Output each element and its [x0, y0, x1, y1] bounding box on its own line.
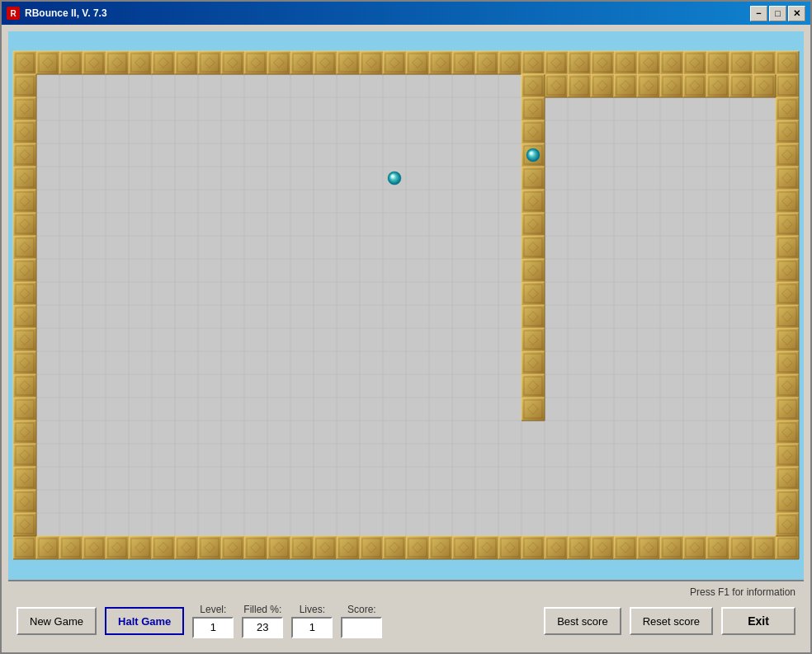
lives-value: 1	[291, 617, 333, 638]
window-controls: − □ ✕	[750, 6, 805, 21]
halt-game-button[interactable]: Halt Game	[105, 607, 184, 635]
info-text: Press F1 for information	[690, 586, 795, 598]
score-group: Score:	[341, 604, 382, 638]
controls-row: New Game Halt Game Level: 1 Filled %: 23…	[17, 601, 795, 641]
reset-score-button[interactable]: Reset score	[630, 607, 713, 635]
minimize-button[interactable]: −	[750, 6, 767, 21]
status-bar: Press F1 for information New Game Halt G…	[8, 580, 804, 646]
window-title: RBounce II, V. 7.3	[25, 7, 750, 19]
main-window: R RBounce II, V. 7.3 − □ ✕ Press F1 for …	[0, 0, 812, 654]
title-bar: R RBounce II, V. 7.3 − □ ✕	[2, 2, 810, 25]
best-score-button[interactable]: Best score	[544, 607, 621, 635]
game-canvas	[8, 31, 804, 580]
lives-group: Lives: 1	[291, 604, 333, 638]
lives-label: Lives:	[300, 604, 325, 615]
window-content: Press F1 for information New Game Halt G…	[2, 25, 810, 652]
restore-button[interactable]: □	[769, 6, 786, 21]
game-area	[8, 31, 804, 580]
filled-label: Filled %:	[243, 604, 281, 615]
filled-value: 23	[242, 617, 283, 638]
level-group: Level: 1	[192, 604, 234, 638]
level-value: 1	[192, 617, 234, 638]
status-info: Press F1 for information	[17, 586, 795, 598]
exit-button[interactable]: Exit	[721, 607, 795, 635]
close-button[interactable]: ✕	[788, 6, 805, 21]
score-label: Score:	[347, 604, 376, 615]
filled-group: Filled %: 23	[242, 604, 283, 638]
app-icon: R	[7, 7, 20, 20]
new-game-button[interactable]: New Game	[17, 607, 97, 635]
score-value	[341, 617, 382, 638]
level-label: Level:	[200, 604, 226, 615]
